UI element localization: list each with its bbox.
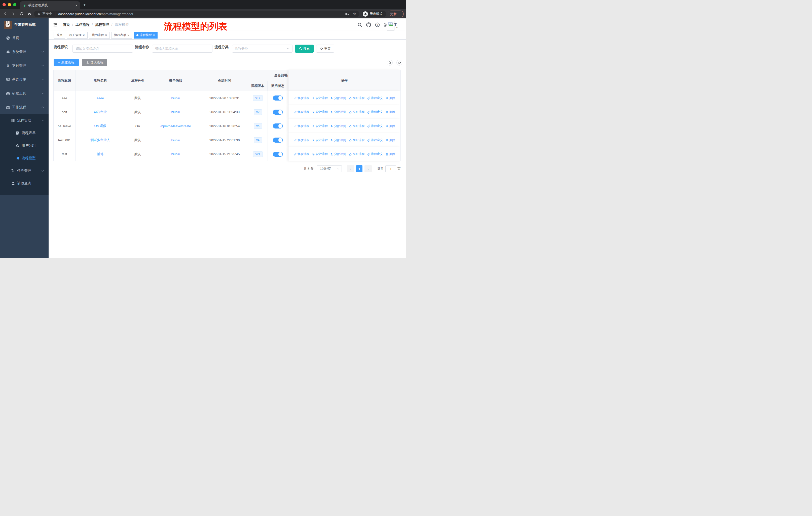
op-definition-link[interactable]: 流程定义 <box>367 138 383 142</box>
op-definition-link[interactable]: 流程定义 <box>367 152 383 156</box>
form-info-link[interactable]: biubiu <box>171 110 180 114</box>
op-delete-link[interactable]: 删除 <box>385 110 395 114</box>
tab-close-icon[interactable]: × <box>75 3 78 7</box>
sidebar-item-process-form[interactable]: 流程表单 <box>0 127 49 139</box>
window-minimize-button[interactable] <box>8 3 11 6</box>
goto-page-input[interactable] <box>385 165 396 172</box>
breadcrumb-process-management[interactable]: 流程管理 <box>95 22 115 27</box>
op-delete-link[interactable]: 删除 <box>385 152 395 156</box>
sidebar-item-devtools[interactable]: 研发工具 <box>0 86 49 100</box>
op-assign-link[interactable]: 分配规则 <box>330 152 346 156</box>
reload-icon[interactable] <box>19 11 24 17</box>
back-icon[interactable] <box>2 11 8 17</box>
op-design-link[interactable]: 设计流程 <box>312 152 328 156</box>
active-toggle[interactable] <box>273 152 283 157</box>
refresh-table-button[interactable] <box>397 60 402 65</box>
browser-update-button[interactable]: 更新⋮ <box>388 10 404 18</box>
breadcrumb-workflow[interactable]: 工作流程 <box>76 22 95 27</box>
op-assign-link[interactable]: 分配规则 <box>330 96 346 100</box>
form-info-link[interactable]: biubiu <box>171 96 180 100</box>
op-definition-link[interactable]: 流程定义 <box>367 110 383 114</box>
sidebar-fold-icon[interactable] <box>53 22 57 27</box>
op-publish-link[interactable]: 发布流程 <box>349 152 365 156</box>
close-icon[interactable]: × <box>127 33 129 37</box>
op-assign-link[interactable]: 分配规则 <box>330 138 346 142</box>
op-delete-link[interactable]: 删除 <box>385 124 395 128</box>
process-id-input[interactable] <box>72 45 133 53</box>
sidebar-item-system[interactable]: 系统管理 <box>0 45 49 59</box>
window-zoom-button[interactable] <box>13 3 17 6</box>
active-toggle[interactable] <box>273 110 283 115</box>
active-toggle[interactable] <box>273 138 283 143</box>
op-edit-link[interactable]: 修改流程 <box>293 152 309 156</box>
active-toggle[interactable] <box>273 124 283 129</box>
breadcrumb-home[interactable]: 首页 <box>63 22 76 27</box>
avatar-caret-icon[interactable]: ▼ <box>396 26 398 29</box>
avatar[interactable] <box>387 21 395 30</box>
sidebar-item-payment[interactable]: ¥ 支付管理 <box>0 59 49 73</box>
new-tab-button[interactable]: + <box>83 2 86 8</box>
search-icon[interactable] <box>357 22 362 27</box>
sidebar-item-home[interactable]: 首页 <box>0 31 49 45</box>
form-info-link[interactable]: biubiu <box>171 138 180 142</box>
passwords-key-icon[interactable] <box>345 12 349 16</box>
sidebar-item-leave-query[interactable]: 请假查询 <box>0 177 49 190</box>
tag-tenant[interactable]: 租户管理× <box>67 32 88 38</box>
close-icon[interactable]: × <box>83 33 85 37</box>
github-icon[interactable] <box>366 22 371 27</box>
op-publish-link[interactable]: 发布流程 <box>349 138 365 142</box>
op-edit-link[interactable]: 修改流程 <box>293 110 309 114</box>
category-select[interactable]: 流程分类 <box>232 45 292 53</box>
address-bar[interactable]: 不安全 | dashboard.yudao.iocoder.cn/bpm/man… <box>34 10 359 17</box>
op-design-link[interactable]: 设计流程 <box>312 110 328 114</box>
tag-process-form[interactable]: 流程表单× <box>111 32 132 38</box>
process-name-input[interactable] <box>152 45 212 53</box>
page-size-select[interactable]: 10条/页 <box>317 165 342 172</box>
prev-page-button[interactable]: ‹ <box>347 165 354 172</box>
sidebar-item-user-group[interactable]: 用户分组 <box>0 139 49 152</box>
bookmark-star-icon[interactable]: ☆ <box>353 11 356 16</box>
op-definition-link[interactable]: 流程定义 <box>367 124 383 128</box>
sidebar-item-task-management[interactable]: 任务管理 <box>0 165 49 177</box>
op-delete-link[interactable]: 删除 <box>385 138 395 142</box>
close-icon[interactable]: × <box>105 33 107 37</box>
home-icon[interactable] <box>27 11 32 17</box>
op-design-link[interactable]: 设计流程 <box>312 96 328 100</box>
show-search-button[interactable] <box>387 60 393 65</box>
op-assign-link[interactable]: 分配规则 <box>330 124 346 128</box>
search-button[interactable]: 搜索 <box>295 45 314 53</box>
model-name-link[interactable]: OA 请假 <box>94 124 106 128</box>
sidebar-item-process-management[interactable]: 流程管理 <box>0 114 49 127</box>
op-edit-link[interactable]: 修改流程 <box>293 138 309 142</box>
tag-my-process[interactable]: 我的流程× <box>89 32 110 38</box>
browser-tab[interactable]: 芋道管理系统 × <box>20 1 80 9</box>
op-edit-link[interactable]: 修改流程 <box>293 96 309 100</box>
op-assign-link[interactable]: 分配规则 <box>330 110 346 114</box>
sidebar-item-process-model[interactable]: 流程模型 <box>0 152 49 165</box>
model-name-link[interactable]: 滔博 <box>97 152 104 157</box>
op-publish-link[interactable]: 发布流程 <box>349 110 365 114</box>
op-delete-link[interactable]: 删除 <box>385 96 395 100</box>
help-icon[interactable]: ? <box>375 22 380 27</box>
browser-menu-icon[interactable]: ⋮ <box>398 12 402 16</box>
form-info-link[interactable]: biubiu <box>171 152 180 156</box>
tag-process-model[interactable]: 流程模型× <box>134 32 158 38</box>
create-process-button[interactable]: + 新建流程 <box>54 59 79 66</box>
sidebar-item-workflow[interactable]: 工作流程 <box>0 100 49 114</box>
op-edit-link[interactable]: 修改流程 <box>293 124 309 128</box>
import-process-button[interactable]: 导入流程 <box>82 59 107 66</box>
op-definition-link[interactable]: 流程定义 <box>367 96 383 100</box>
op-design-link[interactable]: 设计流程 <box>312 124 328 128</box>
forward-icon[interactable] <box>10 11 16 17</box>
model-name-link[interactable]: 测试多审批人 <box>90 138 110 142</box>
reset-button[interactable]: 重置 <box>316 45 334 53</box>
next-page-button[interactable]: › <box>365 165 372 172</box>
model-name-link[interactable]: eeee <box>97 96 104 100</box>
sidebar-item-infrastructure[interactable]: 基础设施 <box>0 73 49 86</box>
model-name-link[interactable]: 自己审批 <box>94 110 107 114</box>
tag-home[interactable]: 首页 <box>54 32 65 38</box>
op-design-link[interactable]: 设计流程 <box>312 138 328 142</box>
window-close-button[interactable] <box>2 3 6 6</box>
op-publish-link[interactable]: 发布流程 <box>349 124 365 128</box>
active-toggle[interactable] <box>273 96 283 101</box>
